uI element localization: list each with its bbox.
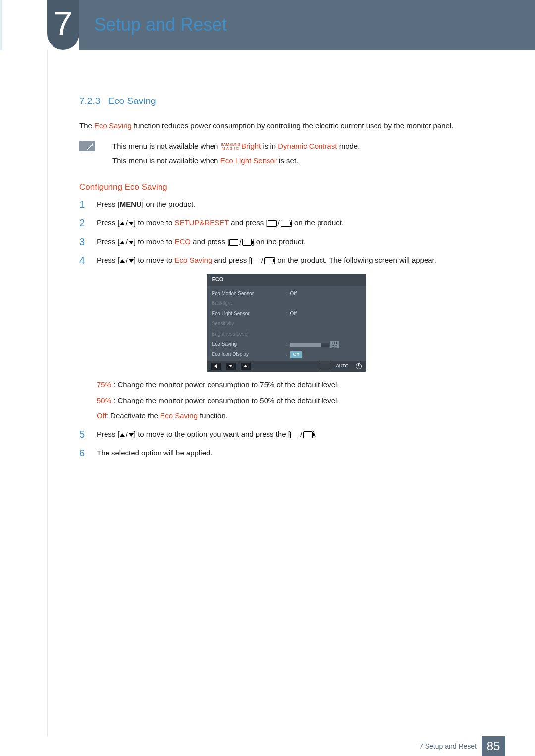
note-line-1: This menu is not available when SAMSUNGM…: [112, 141, 360, 151]
note-line-2: This menu is not available when Eco Ligh…: [112, 155, 360, 166]
section-title: Eco Saving: [108, 96, 156, 106]
source-enter-icon: /: [229, 237, 252, 248]
osd-row: Eco Light Sensor:Off: [212, 309, 361, 319]
chapter-number: 7: [54, 4, 73, 42]
nav-left-icon: [211, 363, 221, 370]
note-text: This menu is not available when SAMSUNGM…: [112, 141, 360, 166]
osd-row: Brightness Level: [212, 329, 361, 340]
decorative-stripe: [0, 0, 2, 50]
nav-up-icon: [241, 363, 251, 370]
osd-row: Sensitivity: [212, 319, 361, 329]
note-icon: [79, 141, 95, 151]
auto-label: AUTO: [336, 363, 349, 369]
section-heading: 7.2.3 Eco Saving: [79, 94, 476, 108]
up-down-icon: /: [120, 237, 134, 248]
osd-title: ECO: [207, 274, 366, 286]
source-enter-icon: /: [268, 218, 290, 229]
footer-text: 7 Setup and Reset: [419, 741, 477, 751]
up-down-icon: /: [120, 255, 134, 266]
source-enter-icon: /: [290, 429, 313, 440]
steps-list: Press [MENU] on the product. Press [/] t…: [79, 199, 476, 458]
samsung-magic-label: SAMSUNGMAGIC: [221, 143, 241, 151]
step-5: Press [/] to move to the option you want…: [79, 429, 476, 440]
subsection-title: Configuring Eco Saving: [79, 181, 476, 194]
content-area: 7.2.3 Eco Saving The Eco Saving function…: [79, 94, 476, 466]
step-2: Press [/] to move to SETUP&RESET and pre…: [79, 217, 476, 229]
osd-row: Eco Icon Display:Off: [212, 350, 361, 360]
step-3: Press [/] to move to ECO and press [/] o…: [79, 236, 476, 248]
osd-nav-bar: AUTO: [207, 361, 366, 372]
source-icon: [321, 363, 329, 369]
step-6: The selected option will be applied.: [79, 448, 476, 458]
step-4: Press [/] to move to Eco Saving and pres…: [79, 255, 476, 421]
note-box: This menu is not available when SAMSUNGM…: [79, 141, 476, 166]
source-enter-icon: /: [251, 255, 273, 266]
page-number: 85: [482, 736, 505, 756]
left-margin-line: [47, 50, 48, 736]
osd-screenshot: ECO Eco Motion Sensor:Off Backlight Eco …: [207, 274, 366, 372]
footer: 7 Setup and Reset 85: [79, 736, 535, 756]
osd-row: Eco Motion Sensor:Off: [212, 289, 361, 299]
step-1: Press [MENU] on the product.: [79, 199, 476, 210]
option-50: 50% : Change the monitor power consumpti…: [97, 395, 476, 406]
option-75: 75% : Change the monitor power consumpti…: [97, 379, 476, 390]
option-off: Off: Deactivate the Eco Saving function.: [97, 410, 476, 421]
menu-key: MENU: [120, 200, 142, 208]
nav-down-icon: [226, 363, 236, 370]
up-down-icon: /: [120, 218, 134, 229]
bar-icon: [290, 343, 329, 347]
option-list: 75% : Change the monitor power consumpti…: [97, 379, 476, 421]
chapter-title: Setup and Reset: [94, 12, 227, 38]
intro-paragraph: The Eco Saving function reduces power co…: [79, 120, 476, 131]
power-icon: [356, 363, 362, 369]
osd-row: Eco Saving: FDDD: [212, 339, 361, 350]
section-number: 7.2.3: [79, 96, 100, 106]
chapter-tab: 7: [47, 0, 79, 50]
osd-selected-value: Off: [290, 351, 302, 358]
up-down-icon: /: [120, 429, 134, 440]
osd-row: Backlight: [212, 299, 361, 309]
